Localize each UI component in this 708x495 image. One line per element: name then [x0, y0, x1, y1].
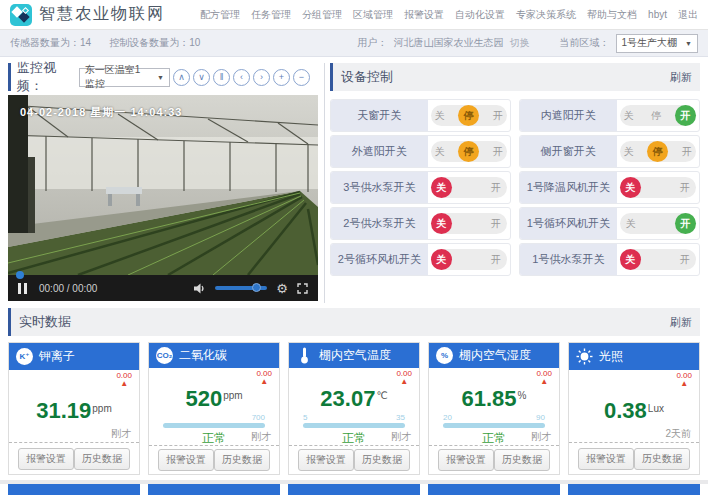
- alarm-settings-button[interactable]: 报警设置: [298, 449, 354, 471]
- toggle-off[interactable]: 关: [624, 145, 634, 159]
- toggle-on[interactable]: 开: [493, 145, 503, 159]
- pan-right-button[interactable]: ›: [253, 69, 270, 86]
- toggle-on[interactable]: 开: [682, 145, 692, 159]
- ptz-controls: ∧ ∨ ‖ ‹ › + −: [170, 69, 310, 86]
- switch-row-outer-shade: 外遮阳开关 关 停 开: [330, 135, 511, 168]
- switch-label: 1号循环风机开关: [520, 208, 617, 239]
- user-name: 河北唐山国家农业生态园: [394, 36, 504, 50]
- toggle-cooling-fan1[interactable]: 关 开: [620, 177, 696, 198]
- toggle-off[interactable]: 关: [435, 109, 445, 123]
- switch-label: 天窗开关: [331, 100, 428, 131]
- toggle-circ-fan2[interactable]: 关 开: [431, 249, 507, 270]
- device-refresh-button[interactable]: 刷新: [670, 70, 692, 85]
- sun-icon: [576, 348, 593, 365]
- toggle-off[interactable]: 关: [620, 249, 641, 270]
- toggle-on[interactable]: 开: [493, 109, 503, 123]
- alarm-settings-button[interactable]: 报警设置: [18, 448, 74, 470]
- player-settings-icon[interactable]: ⚙: [276, 281, 288, 296]
- volume-icon[interactable]: [194, 283, 206, 294]
- toggle-pump2[interactable]: 关 开: [431, 213, 507, 234]
- sensor-time: 刚才: [111, 427, 131, 441]
- sensor-card-co2: CO₂ 二氧化碳 0.00▲ 520ppm 700 正常 刚才 报警设置 历史数…: [148, 342, 280, 475]
- toggle-off[interactable]: 关: [431, 177, 452, 198]
- toggle-outer-shade[interactable]: 关 停 开: [431, 141, 507, 162]
- fullscreen-icon[interactable]: [297, 283, 308, 294]
- menu-item-task[interactable]: 任务管理: [251, 8, 291, 22]
- toggle-stop[interactable]: 停: [458, 105, 479, 126]
- zoom-in-button[interactable]: +: [273, 69, 290, 86]
- toggle-on[interactable]: 开: [675, 105, 696, 126]
- volume-knob[interactable]: [252, 283, 261, 292]
- range-max: 90: [536, 413, 545, 422]
- menu-item-automation[interactable]: 自动化设置: [455, 8, 505, 22]
- toggle-inner-shade[interactable]: 关 停 开: [620, 105, 696, 126]
- toggle-off[interactable]: 关: [435, 145, 445, 159]
- toggle-on[interactable]: 开: [680, 253, 690, 267]
- player-pause-button[interactable]: [18, 283, 27, 294]
- sensor-name: 钾离子: [39, 348, 75, 365]
- history-data-button[interactable]: 历史数据: [494, 449, 550, 471]
- menu-item-group[interactable]: 分组管理: [302, 8, 342, 22]
- menu-item-expert[interactable]: 专家决策系统: [516, 8, 576, 22]
- camera-select[interactable]: 东一区温室1监控 ▼: [79, 68, 170, 87]
- toggle-on[interactable]: 开: [675, 213, 696, 234]
- menu-item-recipe[interactable]: 配方管理: [200, 8, 240, 22]
- pan-down-button[interactable]: ∨: [193, 69, 210, 86]
- delta-indicator: 0.00▲: [396, 370, 412, 386]
- pan-up-button[interactable]: ∧: [173, 69, 190, 86]
- history-data-button[interactable]: 历史数据: [634, 448, 690, 470]
- toggle-on[interactable]: 开: [680, 181, 690, 195]
- arrow-up-icon: ▲: [256, 378, 272, 386]
- toggle-off[interactable]: 关: [624, 109, 634, 123]
- sensor-card-header-clipped: [428, 484, 560, 495]
- toggle-circ-fan1[interactable]: 关 开: [620, 213, 696, 234]
- toggle-on[interactable]: 开: [491, 181, 501, 195]
- arrow-up-icon: ▲: [676, 380, 692, 388]
- realtime-panel-head: 实时数据 刷新: [8, 308, 700, 336]
- alarm-settings-button[interactable]: 报警设置: [578, 448, 634, 470]
- switch-label: 2号循环风机开关: [331, 244, 428, 275]
- switch-row-cooling-fan1: 1号降温风机开关 关 开: [519, 171, 700, 204]
- history-data-button[interactable]: 历史数据: [74, 448, 130, 470]
- menu-item-help[interactable]: 帮助与文档: [587, 8, 637, 22]
- history-data-button[interactable]: 历史数据: [354, 449, 410, 471]
- alarm-settings-button[interactable]: 报警设置: [158, 449, 214, 471]
- toggle-off[interactable]: 关: [626, 217, 636, 231]
- toggle-off[interactable]: 关: [620, 177, 641, 198]
- area-select[interactable]: 1号生产大棚 ▼: [616, 34, 699, 53]
- switch-row-skylight: 天窗开关 关 停 开: [330, 99, 511, 132]
- menu-item-area[interactable]: 区域管理: [353, 8, 393, 22]
- menu-item-alarm[interactable]: 报警设置: [404, 8, 444, 22]
- toggle-pump3[interactable]: 关 开: [431, 177, 507, 198]
- toggle-pump1[interactable]: 关 开: [620, 249, 696, 270]
- volume-slider[interactable]: [215, 286, 267, 290]
- alarm-settings-button[interactable]: 报警设置: [438, 449, 494, 471]
- co2-icon: CO₂: [156, 347, 173, 364]
- sensor-value: 0.38: [604, 398, 647, 423]
- menu-item-account[interactable]: hbyt: [648, 9, 667, 20]
- progress-dot[interactable]: [16, 271, 24, 279]
- pause-button[interactable]: ‖: [213, 69, 230, 86]
- realtime-refresh-button[interactable]: 刷新: [670, 315, 692, 330]
- toggle-off[interactable]: 关: [431, 213, 452, 234]
- video-player[interactable]: 04-02-2018 星期一 14:04:33 00:00 / 00:00 ⚙: [8, 95, 318, 301]
- toggle-stop[interactable]: 停: [651, 109, 661, 123]
- toggle-on[interactable]: 开: [491, 253, 501, 267]
- main-menu: 配方管理 任务管理 分组管理 区域管理 报警设置 自动化设置 专家决策系统 帮助…: [189, 8, 698, 22]
- history-data-button[interactable]: 历史数据: [214, 449, 270, 471]
- sensor-card-temperature: 棚内空气温度 0.00▲ 23.07℃ 535 正常 刚才 报警设置 历史数据: [288, 342, 420, 475]
- sensor-time: 2天前: [665, 427, 691, 441]
- toggle-on[interactable]: 开: [491, 217, 501, 231]
- sensor-name: 光照: [599, 348, 623, 365]
- toggle-stop[interactable]: 停: [458, 141, 479, 162]
- switch-user-link[interactable]: 切换: [510, 36, 530, 50]
- zoom-out-button[interactable]: −: [293, 69, 310, 86]
- toggle-off[interactable]: 关: [431, 249, 452, 270]
- range-min: 5: [303, 413, 307, 422]
- toggle-skylight[interactable]: 关 停 开: [431, 105, 507, 126]
- pan-left-button[interactable]: ‹: [233, 69, 250, 86]
- range-bar: [303, 423, 405, 428]
- toggle-side-window[interactable]: 关 停 开: [620, 141, 696, 162]
- menu-item-logout[interactable]: 退出: [678, 8, 698, 22]
- toggle-stop[interactable]: 停: [647, 141, 668, 162]
